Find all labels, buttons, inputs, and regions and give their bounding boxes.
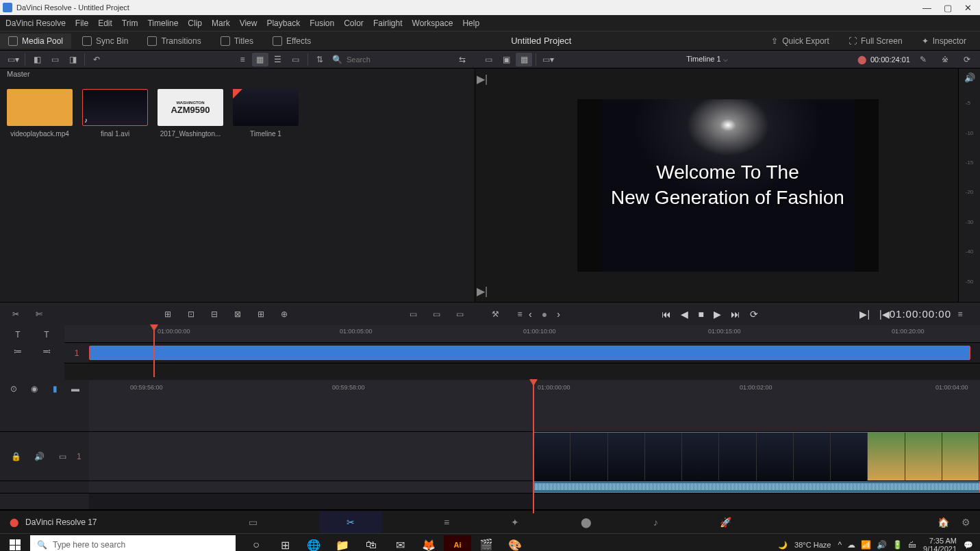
new-bin-button[interactable]: ▭ <box>47 53 63 66</box>
prev-marker-button[interactable]: ‹ <box>529 309 532 320</box>
edit-page-button[interactable]: ≡ <box>444 517 449 528</box>
boring-detector-button[interactable]: ▭ <box>480 53 497 66</box>
store-app[interactable]: 🛍 <box>357 535 385 551</box>
task-view-button[interactable]: ⊞ <box>271 535 299 551</box>
menu-mark[interactable]: Mark <box>212 18 230 28</box>
start-button[interactable] <box>0 534 30 551</box>
full-screen-button[interactable]: ⛶Full Screen <box>840 34 911 49</box>
close-button[interactable]: ✕ <box>964 3 972 13</box>
cortana-button[interactable]: ○ <box>242 535 270 551</box>
sort-button[interactable]: ⇅ <box>312 53 328 66</box>
timeline-name[interactable]: Timeline 1 <box>686 55 720 63</box>
next-edit-button[interactable]: ▶| <box>477 285 488 298</box>
append-button[interactable]: ⊕ <box>276 307 292 321</box>
tab-media-pool[interactable]: Media Pool <box>0 34 71 49</box>
empty-track-body[interactable] <box>89 398 980 431</box>
play-button[interactable]: ▶ <box>714 309 721 320</box>
view-mode-1-button[interactable]: ▣ <box>498 53 514 66</box>
speaker-icon[interactable]: 🔊 <box>964 73 975 83</box>
audio-clip[interactable] <box>533 481 980 493</box>
marker-button[interactable]: ◉ <box>28 382 40 396</box>
menu-trim[interactable]: Trim <box>122 18 138 28</box>
viewer-frame[interactable]: Welcome To The New Generation of Fashion <box>577 99 879 272</box>
menu-color[interactable]: Color <box>344 18 364 28</box>
menu-file[interactable]: File <box>75 18 88 28</box>
cut-page-button[interactable]: ✂ <box>319 511 382 533</box>
replace-button[interactable]: ⊟ <box>206 307 223 321</box>
sync-lock-button[interactable]: ▬ <box>69 382 81 396</box>
menu-timeline[interactable]: Timeline <box>147 18 178 28</box>
explorer-app[interactable]: 📁 <box>329 535 356 551</box>
prev-edit-button[interactable]: ▶| <box>477 73 488 86</box>
davinci-app[interactable]: 🎬 <box>473 535 500 551</box>
list-view-button[interactable]: ☰ <box>270 53 286 66</box>
thumbnail-view-button[interactable]: ▦ <box>252 53 268 66</box>
video-clip[interactable] <box>533 432 980 480</box>
deliver-page-button[interactable]: 🚀 <box>720 517 731 528</box>
jump-next-button[interactable]: ▶| <box>859 309 870 320</box>
track-view-button[interactable]: ▭ <box>54 450 71 463</box>
go-to-start-button[interactable]: ⏮ <box>662 309 671 320</box>
home-button[interactable]: 🏠 <box>938 517 949 528</box>
mini-clip[interactable] <box>89 346 970 360</box>
inspector-button[interactable]: ✦Inspector <box>914 34 975 49</box>
mini-ruler[interactable]: 01:00:00:00 01:00:05:00 01:00:10:00 01:0… <box>64 325 980 343</box>
menu-view[interactable]: View <box>240 18 257 28</box>
filter-button[interactable]: ⇆ <box>454 53 470 66</box>
volume-icon[interactable]: 🔊 <box>877 540 887 550</box>
sliders-icon[interactable]: ≡ <box>512 307 528 321</box>
mail-app[interactable]: ✉ <box>386 535 414 551</box>
firefox-app[interactable]: 🦊 <box>415 535 442 551</box>
fairlight-page-button[interactable]: ♪ <box>653 517 658 528</box>
language-icon[interactable]: 🖮 <box>908 540 916 550</box>
tab-effects[interactable]: Effects <box>264 34 319 49</box>
place-on-top-button[interactable]: ⊞ <box>253 307 269 321</box>
search-input[interactable] <box>347 55 415 64</box>
media-page-button[interactable]: ▭ <box>249 517 257 528</box>
menu-fairlight[interactable]: Fairlight <box>373 18 403 28</box>
illustrator-app[interactable]: Ai <box>444 535 471 551</box>
battery-icon[interactable]: 🔋 <box>892 540 903 550</box>
media-item[interactable]: WASHINGTON AZM9590 2017_Washington... <box>158 89 223 138</box>
notifications-icon[interactable]: 💬 <box>964 541 973 550</box>
smooth-cut-button[interactable]: ▭ <box>451 307 468 321</box>
menu-help[interactable]: Help <box>462 18 479 28</box>
menu-playback[interactable]: Playback <box>266 18 300 28</box>
media-item[interactable]: videoplayback.mp4 <box>7 89 73 138</box>
fusion-page-button[interactable]: ✦ <box>511 517 519 528</box>
dissolve-button[interactable]: ▭ <box>405 307 421 321</box>
bypass-button[interactable]: ⟳ <box>959 53 975 66</box>
audio-track-body[interactable] <box>89 481 980 493</box>
tray-chevron-icon[interactable]: ^ <box>838 540 842 550</box>
smart-insert-tool[interactable]: ✂ <box>8 307 24 321</box>
overwrite-button[interactable]: ⊡ <box>183 307 199 321</box>
timeline-tool-a[interactable]: T <box>10 328 26 342</box>
edge-app[interactable]: 🌐 <box>300 535 327 551</box>
flag-button[interactable]: ▮ <box>49 382 61 396</box>
menu-davinci[interactable]: DaVinci Resolve <box>5 18 66 28</box>
onedrive-icon[interactable]: ☁ <box>847 540 855 550</box>
media-breadcrumb[interactable]: Master <box>0 68 475 82</box>
overlay-tool-1[interactable]: ✎ <box>915 53 931 66</box>
mini-playhead[interactable] <box>153 325 155 377</box>
undo-button[interactable]: ↶ <box>88 53 105 66</box>
paint-app[interactable]: 🎨 <box>501 535 529 551</box>
tab-transitions[interactable]: Transitions <box>139 34 209 49</box>
bin-sidebar-button[interactable]: ◧ <box>29 53 45 66</box>
step-back-button[interactable]: ◀ <box>681 309 688 320</box>
tab-titles[interactable]: Titles <box>212 34 262 49</box>
minimize-button[interactable]: — <box>922 3 931 13</box>
cut-button[interactable]: ▭ <box>428 307 444 321</box>
settings-button[interactable]: ⚙ <box>962 517 970 528</box>
mini-track-body[interactable] <box>89 343 980 363</box>
import-media-button[interactable]: ▭▾ <box>5 53 21 66</box>
maximize-button[interactable]: ▢ <box>944 3 952 13</box>
safe-area-button[interactable]: ▭▾ <box>540 53 556 66</box>
jump-prev-button[interactable]: |◀ <box>879 309 890 320</box>
bin-view-button[interactable]: ◨ <box>64 53 81 66</box>
track-lock-button[interactable]: 🔒 <box>8 450 24 463</box>
quick-export-button[interactable]: ⇪Quick Export <box>763 34 838 49</box>
media-item[interactable]: Timeline 1 <box>233 89 299 138</box>
timecode-display[interactable]: 01:00:00:00 <box>890 308 951 320</box>
tab-sync-bin[interactable]: Sync Bin <box>74 34 136 49</box>
